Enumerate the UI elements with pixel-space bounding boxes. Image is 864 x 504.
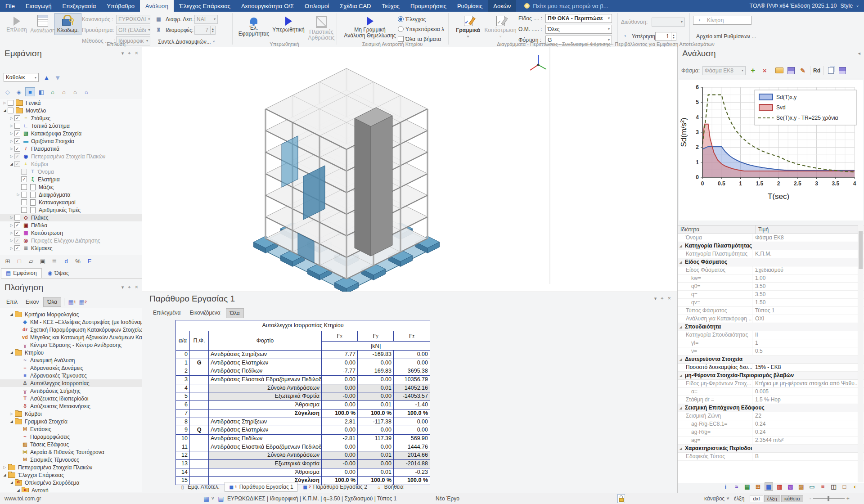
statusbar-grid-toggle[interactable]: ▦˅ ▤ — [203, 493, 224, 504]
chevron-down-icon[interactable]: ▾ — [654, 296, 657, 302]
table-row[interactable]: 12Σύνολο Αντιδράσεων0.000.012014.66 — [176, 451, 430, 459]
property-group[interactable]: Χαρακτηριστικές Περίοδοι — [678, 445, 864, 453]
xml-settings-button[interactable]: Αρχείο xml Ρυθμίσεων ... — [693, 32, 759, 41]
menu-tab-4[interactable]: Ανάλυση — [140, 0, 174, 12]
tree-item[interactable]: ▷✓≡Στάθμες — [0, 114, 142, 122]
cube-wireframe-icon[interactable]: ◇ — [3, 87, 13, 96]
close-icon[interactable]: × — [135, 284, 138, 290]
menu-tab-0[interactable]: File — [0, 0, 20, 12]
collapsed-expander-icon[interactable]: ▷ — [9, 223, 14, 227]
tree-item[interactable]: ▷✓/Πλασματικά — [0, 145, 142, 153]
table-row[interactable]: 8Αντιδράσεις Στηρίξεων2.81-117.380.00 — [176, 418, 430, 426]
property-row[interactable]: ag=2.3544 m/s² — [678, 436, 864, 445]
table-row[interactable]: 6Άθροισμα0.000.01-1.40 — [176, 400, 430, 409]
tree-item[interactable]: ▷✓◉Πεπερασμένα Στοιχεία Πλακών — [0, 153, 142, 160]
structure-color-icon[interactable]: ⌂ — [48, 87, 58, 96]
tree-item[interactable]: ▷◇Πλάκες — [0, 214, 142, 221]
statusbar-url[interactable]: www.tol.com.gr — [4, 493, 41, 504]
property-group[interactable]: Κατηγορία Πλαστιμότητας — [678, 242, 864, 250]
tree-item[interactable]: ╥Αντιδράσεις Στήριξης — [0, 387, 142, 395]
tree-item[interactable]: ▷Κόμβοι — [0, 410, 142, 418]
edit-icon[interactable]: ✎ — [798, 66, 807, 75]
table-row[interactable]: 13Εξωτερικά Φορτία-0.000.00-2014.88 — [176, 459, 430, 468]
property-row[interactable]: Κατηγορία ΣπουδαιότηταςΙΙ — [678, 331, 864, 339]
tree-checkbox[interactable]: ✓ — [14, 245, 20, 251]
tree-item[interactable]: drΣχετική Παραμόρφωση Κατακόρυφων Στοιχε… — [0, 326, 142, 333]
tree-item[interactable]: ▷Διαφράγματα — [0, 191, 142, 198]
tree-item[interactable]: Καταναγκασμοί — [0, 198, 142, 206]
style-menu[interactable]: Style — [841, 3, 853, 9]
collapsed-expander-icon[interactable]: ▷ — [9, 116, 14, 120]
filter-tab-1[interactable]: Εικονιζόμενα — [186, 308, 224, 318]
close-icon[interactable]: × — [135, 50, 138, 56]
tree-item[interactable]: ~Παραμορφώσεις — [0, 433, 142, 441]
property-row[interactable]: Ποσοστό δυσκαμψίας δευ...15% - ΕΚ8 — [678, 364, 864, 372]
tab-views[interactable]: ◉Όψεις — [43, 268, 74, 278]
collapsed-expander-icon[interactable]: ▷ — [9, 124, 14, 128]
expanded-expander-icon[interactable]: ◢ — [9, 351, 14, 355]
locked-button[interactable]: Κλειδωμ. — [54, 13, 81, 35]
collapsed-expander-icon[interactable]: ▷ — [2, 465, 8, 469]
tree-item[interactable]: Αριθμητικές Τιμές — [0, 206, 142, 214]
filter-tab-2[interactable]: Όλα — [226, 308, 244, 318]
tree-checkbox[interactable] — [14, 215, 20, 220]
report-icon[interactable]: ▥ — [775, 482, 784, 491]
bottom-tab-0[interactable]: ▯Εμφ. Αποτελ. — [176, 482, 224, 492]
tree-item[interactable]: ◈ΚΜ - ΚΕΣ –Ελλείψεις Δυστρεψίας (με Ισοδ… — [0, 318, 142, 326]
frame-icon[interactable]: ▭ — [808, 482, 816, 491]
expanded-expander-icon[interactable]: ◢ — [9, 162, 14, 166]
add-table-icon[interactable]: ⊞ — [754, 482, 762, 491]
thm-select[interactable]: Όλες▾ — [545, 25, 612, 34]
collapsed-expander-icon[interactable]: ▷ — [9, 216, 14, 220]
bottom-tab-2[interactable]: ▦2Παράθυρο Εργασίας 2 — [298, 482, 371, 492]
pin-icon[interactable]: ⌖ — [661, 296, 663, 302]
tree-checkbox[interactable]: ✓ — [14, 222, 20, 228]
grid-menu[interactable]: κάναβος — [704, 495, 724, 502]
tree-item[interactable]: ▷Γενικά — [0, 99, 142, 107]
property-grid-scrollbar[interactable] — [858, 225, 864, 482]
collapse-left-icon[interactable]: ◂ — [858, 50, 860, 56]
kind-select[interactable]: ΠΦ ΟΚΑ - Περιπτώσε▾ — [545, 14, 612, 23]
collapsed-expander-icon[interactable]: ▷ — [9, 238, 14, 243]
menu-tab-12[interactable]: Δοκών — [488, 0, 516, 12]
list-red-icon[interactable]: ≡ — [819, 482, 827, 491]
tree-checkbox[interactable]: ✓ — [21, 176, 27, 182]
waves-icon[interactable]: ≈ — [732, 482, 741, 491]
property-row[interactable]: q0=3.50 — [678, 283, 864, 291]
tree-item[interactable]: ▨Τάσεις Εδάφους — [0, 441, 142, 448]
arrow-down-icon[interactable]: ▼ — [54, 74, 61, 81]
chevron-down-icon[interactable]: ˅ — [856, 4, 859, 8]
structure-solid-icon[interactable]: ⌂ — [81, 87, 91, 96]
applicability-check-button[interactable]: Έλ.Εφαρμ/τητας — [236, 13, 272, 39]
table-row[interactable]: 14Άθροισμα0.000.01-0.23 — [176, 468, 430, 477]
tree-checkbox[interactable] — [21, 199, 27, 205]
properties-icon[interactable]: ≣ — [50, 256, 59, 266]
linear-diagrams-button[interactable]: ✓ Γραμμικά˅ — [452, 13, 484, 41]
lock-status[interactable] — [617, 493, 625, 504]
table-row[interactable]: 0Αντιδράσεις Στηρίξεων7.77-169.830.00 — [176, 351, 430, 359]
menu-tab-3[interactable]: Υπόβαθρο — [101, 0, 140, 12]
collapsed-expander-icon[interactable]: ▷ — [9, 154, 14, 158]
expanded-expander-icon[interactable]: ◢ — [9, 312, 14, 316]
tree-checkbox[interactable]: ✓ — [14, 230, 20, 236]
tree-item[interactable]: ▷Πεπερασμένα Στοιχεία Πλακών — [0, 464, 142, 471]
select-add-icon[interactable]: ⊞ — [3, 256, 13, 266]
filter-tab-0[interactable]: Επιλεγμένα — [149, 308, 184, 318]
menu-tab-6[interactable]: Λειτουργικότητα Ο/Σ — [236, 0, 299, 12]
property-row[interactable]: γΙ=1 — [678, 339, 864, 347]
solve-button[interactable]: Επίλυση — [3, 13, 31, 35]
expanded-expander-icon[interactable]: ◢ — [2, 473, 8, 477]
menu-tab-5[interactable]: Έλεγχος Επάρκειας — [174, 0, 236, 12]
tree-item[interactable]: ≡Αδρανειακές Τέμνουσες — [0, 372, 142, 379]
property-row[interactable]: Τύπος ΦάσματοςΤύπος 1 — [678, 307, 864, 315]
tree-item[interactable]: ╥Κέντρο Έδρασης - Κέντρο Αντίδρασης — [0, 341, 142, 349]
property-group[interactable]: Είδος Φάσματος — [678, 258, 864, 266]
tree-item[interactable]: ◢✓+Κόμβοι — [0, 160, 142, 168]
select-window-icon[interactable]: □ — [14, 256, 24, 266]
structure-gray-icon[interactable]: ⌂ — [70, 87, 80, 96]
diaphragm-select[interactable]: ΝΑΙ▾ — [194, 15, 218, 24]
property-row[interactable]: Είδος μη-Φερόντων Στοιχ...Κτήρια με μη-φ… — [678, 380, 864, 388]
table-row[interactable]: 9QΑντιδράσεις Ελατηρίων0.000.000.00 — [176, 426, 430, 434]
collapsed-expander-icon[interactable]: ▷ — [9, 246, 14, 250]
bottom-tab-3[interactable]: ⌂Βοήθεια — [372, 482, 408, 492]
